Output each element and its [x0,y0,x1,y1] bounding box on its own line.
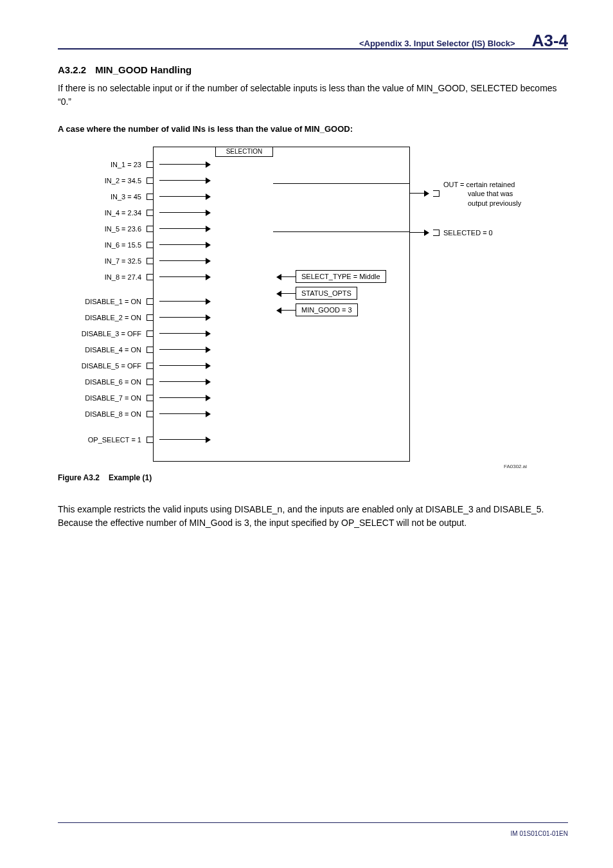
port-icon [147,437,153,443]
closing-paragraph: This example restricts the valid inputs … [58,503,568,530]
arrow-icon [159,161,211,168]
out-row: OUT = certain retained value that was ou… [410,180,521,208]
in-7-row: IN_7 = 32.5 [64,257,211,265]
block-diagram: SELECTION IN_1 = 23 IN_2 = 34.5 IN_3 = 4… [64,140,527,468]
disable-3-row: DISABLE_3 = OFF [64,330,211,338]
port-icon [147,226,153,232]
disable-4-row: DISABLE_4 = ON [64,346,211,354]
in-2-label: IN_2 = 34.5 [64,177,141,185]
in-6-row: IN_6 = 15.5 [64,241,211,249]
in-2-row: IN_2 = 34.5 [64,177,211,185]
section-number: A3.2.2 [58,64,86,75]
arrow-icon [276,291,296,297]
select-type-param: SELECT_TYPE = Middle [296,270,386,283]
arrow-icon [159,298,211,305]
in-1-label: IN_1 = 23 [64,161,141,168]
section-heading: A3.2.2MIN_GOOD Handling [58,64,568,75]
disable-2-row: DISABLE_2 = ON [64,314,211,321]
chapter-title: <Appendix 3. Input Selector (IS) Block> [359,39,515,48]
disable-3-label: DISABLE_3 = OFF [64,330,141,338]
min-good-param: MIN_GOOD = 3 [296,303,358,316]
arrow-icon [159,314,211,321]
arrow-icon [159,258,211,264]
arrow-icon [159,210,211,216]
diagram-source-id: FA0302.ai [504,464,527,469]
arrow-icon [159,411,211,417]
intro-paragraph: If there is no selectable input or if th… [58,82,568,109]
in-3-row: IN_3 = 45 [64,193,211,201]
disable-4-label: DISABLE_4 = ON [64,346,141,354]
port-icon [147,347,153,353]
selected-row: SELECTED = 0 [410,228,493,237]
in-3-label: IN_3 = 45 [64,193,141,201]
disable-5-label: DISABLE_5 = OFF [64,362,141,370]
arrow-icon [159,437,211,443]
disable-8-row: DISABLE_8 = ON [64,410,211,418]
port-icon [147,242,153,248]
disable-7-label: DISABLE_7 = ON [64,394,141,402]
out-text: OUT = certain retained value that was ou… [443,180,521,208]
arrow-icon [410,190,429,197]
disable-7-row: DISABLE_7 = ON [64,394,211,402]
port-icon [147,194,153,200]
arrow-icon [159,194,211,200]
arrow-icon [276,274,296,280]
arrow-icon [159,347,211,353]
section-title: MIN_GOOD Handling [95,64,191,75]
port-icon [147,210,153,216]
port-icon [147,258,153,264]
in-8-label: IN_8 = 27.4 [64,273,141,281]
in-5-row: IN_5 = 23.6 [64,225,211,233]
disable-6-row: DISABLE_6 = ON [64,378,211,386]
op-select-label: OP_SELECT = 1 [64,436,141,444]
footer-rule [58,822,568,823]
arrow-icon [276,307,296,314]
disable-8-label: DISABLE_8 = ON [64,410,141,418]
arrow-icon [410,230,429,236]
port-icon [147,274,153,280]
document-page: <Appendix 3. Input Selector (IS) Block> … [0,0,613,868]
connector-line [273,183,410,184]
in-5-label: IN_5 = 23.6 [64,225,141,233]
port-icon [147,161,153,168]
port-icon [147,411,153,417]
arrow-icon [159,274,211,280]
footer-code: IM 01S01C01-01EN [511,830,569,837]
out-line1: OUT = certain retained [443,181,515,188]
case-heading: A case where the number of valid INs is … [58,124,568,134]
in-7-label: IN_7 = 32.5 [64,257,141,265]
in-8-row: IN_8 = 27.4 [64,273,211,281]
out-line2: value that was [443,189,513,198]
in-6-label: IN_6 = 15.5 [64,241,141,249]
disable-1-label: DISABLE_1 = ON [64,298,141,305]
figure-caption-text: Example (1) [109,473,152,482]
figure-label: Figure A3.2 [58,473,100,482]
port-icon [147,379,153,385]
arrow-icon [159,242,211,248]
arrow-icon [159,379,211,385]
arrow-icon [159,226,211,232]
out-line3: output previously [443,199,521,208]
port-icon [433,190,440,197]
selected-text: SELECTED = 0 [443,228,493,237]
disable-6-label: DISABLE_6 = ON [64,378,141,386]
port-icon [147,177,153,184]
selection-label: SELECTION [215,148,273,155]
content-area: A3.2.2MIN_GOOD Handling If there is no s… [58,64,568,530]
in-1-row: IN_1 = 23 [64,161,211,168]
port-icon [147,330,153,337]
arrow-icon [159,395,211,401]
arrow-icon [159,330,211,337]
port-icon [147,363,153,369]
port-icon [147,314,153,321]
figure-caption: Figure A3.2Example (1) [58,473,568,482]
status-opts-param: STATUS_OPTS [296,287,357,300]
op-select-row: OP_SELECT = 1 [64,436,211,444]
disable-1-row: DISABLE_1 = ON [64,298,211,305]
in-4-label: IN_4 = 2.34 [64,209,141,217]
disable-5-row: DISABLE_5 = OFF [64,362,211,370]
arrow-icon [159,177,211,184]
port-icon [147,298,153,305]
port-icon [147,395,153,401]
disable-2-label: DISABLE_2 = ON [64,314,141,321]
